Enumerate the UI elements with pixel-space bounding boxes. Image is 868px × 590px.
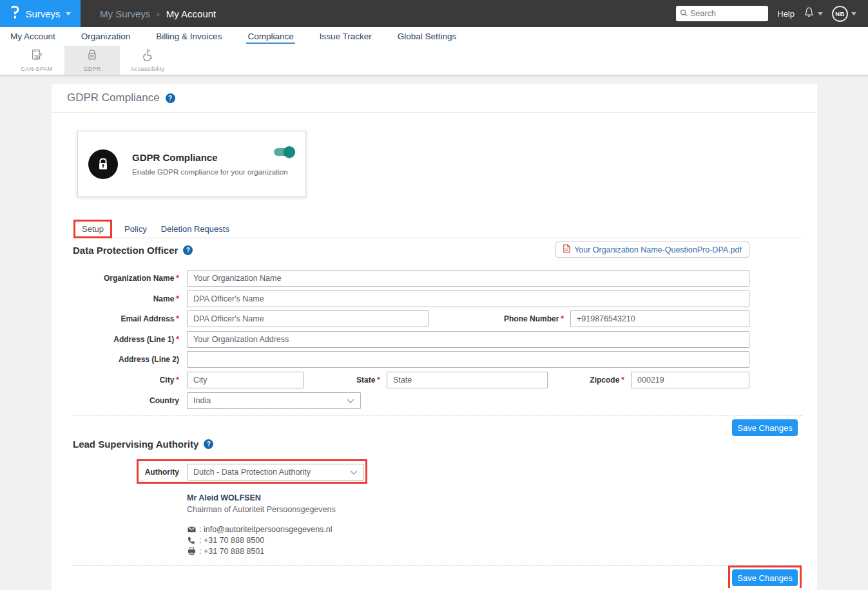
- bell-icon: [804, 6, 815, 21]
- name-field[interactable]: [187, 290, 749, 307]
- card-text: GDPR Compliance Enable GDPR compliance f…: [132, 152, 288, 176]
- organization-name-label: Organization Name*: [73, 274, 179, 283]
- toggle-knob: [284, 146, 295, 158]
- gdpr-tabs: Setup Policy Deletion Requests: [73, 220, 802, 238]
- divider: [73, 565, 802, 566]
- chevron-down-icon: [66, 12, 71, 15]
- account-menu[interactable]: NB: [832, 6, 856, 22]
- nav-organization[interactable]: Organization: [80, 29, 132, 44]
- dpo-form: Organization Name* Name* Email Address* …: [73, 270, 749, 415]
- authority-contact-card: Mr Aleid WOLFSEN Chairman of Autoriteit …: [187, 493, 336, 556]
- nav-global-settings[interactable]: Global Settings: [396, 29, 458, 44]
- dpo-heading: Data Protection Officer: [73, 245, 178, 256]
- address-line1-field[interactable]: [187, 331, 749, 348]
- lock-icon: [88, 149, 118, 179]
- required-marker: *: [621, 376, 624, 385]
- address2-label: Address (Line 2): [73, 355, 179, 364]
- form-row: Address (Line 2): [73, 351, 749, 368]
- form-row: Organization Name*: [73, 270, 749, 287]
- city-field[interactable]: [187, 372, 304, 388]
- phone-label: Phone Number*: [429, 314, 564, 323]
- contact-email-line: : info@autoriteitpersoonsgegevens.nl: [187, 525, 336, 534]
- form-row: Email Address* Phone Number*: [73, 310, 749, 327]
- address-line2-field[interactable]: [187, 351, 749, 368]
- padlock-icon: [86, 48, 99, 64]
- email-label: Email Address*: [73, 314, 179, 323]
- required-marker: *: [176, 376, 179, 385]
- search-box[interactable]: [676, 6, 768, 21]
- required-marker: *: [176, 274, 179, 283]
- notifications-button[interactable]: [804, 6, 823, 21]
- authority-label: Authority: [73, 468, 179, 477]
- zipcode-field[interactable]: [631, 372, 749, 388]
- help-icon[interactable]: ?: [204, 439, 213, 449]
- tab-policy[interactable]: Policy: [124, 224, 147, 234]
- zipcode-label: Zipcode*: [548, 376, 624, 385]
- help-icon[interactable]: ?: [166, 93, 175, 103]
- fax-icon: [187, 547, 196, 555]
- tab-accessibility[interactable]: Accessibility: [120, 46, 175, 75]
- chevron-down-icon: [347, 396, 354, 405]
- phone-field[interactable]: [570, 310, 749, 327]
- email-icon: [187, 526, 196, 533]
- divider: [73, 415, 802, 415]
- authority-save-button[interactable]: Save Changes: [732, 569, 798, 586]
- nav-my-account[interactable]: My Account: [9, 29, 57, 44]
- account-nav: My Account Organization Billing & Invoic…: [0, 27, 868, 46]
- state-field[interactable]: [387, 372, 548, 388]
- dpa-pdf-download-button[interactable]: Your Organization Name-QuestionPro-DPA.p…: [555, 242, 749, 258]
- compliance-subnav: CAN-SPAM GDPR Accessibility: [0, 46, 868, 75]
- form-row: Address (Line 1)*: [73, 331, 749, 348]
- chevron-down-icon: [818, 12, 823, 15]
- search-icon: [680, 8, 688, 19]
- required-marker: *: [176, 294, 179, 303]
- authority-value: Dutch - Data Protection Authority: [193, 468, 311, 477]
- organization-name-field[interactable]: [187, 270, 749, 287]
- form-row: Name*: [73, 290, 749, 307]
- topbar: Surveys My Surveys › My Account Help NB: [0, 0, 868, 27]
- address1-label: Address (Line 1)*: [73, 335, 179, 344]
- tab-can-spam[interactable]: CAN-SPAM: [9, 46, 64, 75]
- card-subtitle: Enable GDPR compliance for your organiza…: [132, 168, 288, 176]
- gdpr-toggle[interactable]: [274, 148, 294, 156]
- chevron-down-icon: [350, 468, 358, 477]
- help-icon[interactable]: ?: [183, 245, 193, 255]
- tab-gdpr[interactable]: GDPR: [64, 46, 120, 75]
- country-label: Country: [73, 396, 179, 405]
- tab-label: CAN-SPAM: [21, 66, 52, 72]
- dpo-save-button[interactable]: Save Changes: [732, 419, 798, 436]
- chevron-down-icon: [851, 12, 856, 15]
- form-row: City* State* Zipcode*: [73, 372, 749, 388]
- dpo-heading-row: Data Protection Officer ?: [73, 245, 193, 256]
- content-panel: GDPR Compliance ? GDPR Compliance Enable…: [52, 84, 817, 590]
- state-label: State*: [304, 376, 380, 385]
- help-link[interactable]: Help: [777, 9, 795, 19]
- tab-label: GDPR: [83, 66, 101, 72]
- country-value: India: [193, 396, 211, 405]
- pdf-button-label: Your Organization Name-QuestionPro-DPA.p…: [574, 245, 742, 254]
- page-title: GDPR Compliance: [67, 91, 160, 104]
- contact-phone-line: : +31 70 888 8500: [187, 536, 336, 545]
- authority-row: Authority Dutch - Data Protection Author…: [73, 464, 364, 481]
- wheelchair-icon: [141, 48, 154, 64]
- country-select[interactable]: India: [187, 392, 361, 409]
- questionpro-logo-icon: [10, 5, 20, 22]
- breadcrumb-my-surveys[interactable]: My Surveys: [100, 8, 150, 19]
- tab-deletion-requests[interactable]: Deletion Requests: [161, 224, 229, 234]
- authority-select[interactable]: Dutch - Data Protection Authority: [187, 464, 364, 481]
- nav-compliance[interactable]: Compliance: [246, 29, 294, 44]
- search-input[interactable]: [690, 9, 764, 18]
- topbar-actions: Help NB: [676, 6, 868, 22]
- contact-email: : info@autoriteitpersoonsgegevens.nl: [199, 525, 333, 534]
- product-switcher[interactable]: Surveys: [0, 0, 81, 27]
- city-label: City*: [73, 376, 179, 385]
- phone-icon: [187, 537, 196, 544]
- tab-setup[interactable]: Setup: [75, 222, 110, 236]
- contact-title: Chairman of Autoriteit Persoonsgegevens: [187, 505, 336, 514]
- breadcrumb-my-account: My Account: [166, 8, 217, 19]
- nav-billing-invoices[interactable]: Billing & Invoices: [155, 29, 223, 44]
- document-pencil-icon: [30, 48, 43, 64]
- nav-issue-tracker[interactable]: Issue Tracker: [318, 29, 373, 44]
- email-field[interactable]: [187, 310, 429, 327]
- page-title-row: GDPR Compliance ?: [52, 84, 817, 113]
